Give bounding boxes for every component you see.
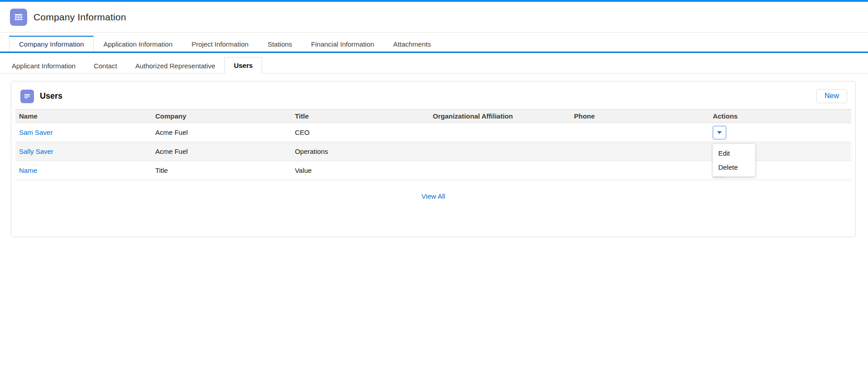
subtab-users[interactable]: Users <box>224 57 262 74</box>
org-affiliation-cell <box>429 161 571 180</box>
company-cell: Acme Fuel <box>152 142 291 161</box>
tab-financial-information[interactable]: Financial Information <box>302 36 384 52</box>
org-affiliation-cell <box>429 123 571 142</box>
company-cell: Title <box>152 161 291 180</box>
title-cell: Operations <box>291 142 429 161</box>
user-name-link[interactable]: Sally Saver <box>19 148 53 155</box>
column-header-company: Company <box>152 110 291 123</box>
menu-item-edit[interactable]: Edit <box>713 146 755 160</box>
company-information-object-icon <box>10 9 27 26</box>
table-header-row: Name Company Title Organizational Affili… <box>15 110 851 123</box>
user-name-link[interactable]: Name <box>19 167 37 174</box>
column-header-name: Name <box>15 110 152 123</box>
phone-cell <box>571 123 709 142</box>
actions-cell: Edit Delete <box>709 123 851 142</box>
page-header: Company Information <box>0 2 868 33</box>
column-header-phone: Phone <box>571 110 709 123</box>
main-tab-bar: Company Information Application Informat… <box>0 36 868 53</box>
sub-tab-bar: Applicant Information Contact Authorized… <box>0 57 868 74</box>
subtab-contact[interactable]: Contact <box>85 58 126 74</box>
table-row: Sam Saver Acme Fuel CEO Edit Delete <box>15 123 851 142</box>
tab-project-information[interactable]: Project Information <box>182 36 258 52</box>
users-table-wrap: Name Company Title Organizational Affili… <box>15 109 851 180</box>
chevron-down-icon <box>717 131 722 134</box>
subtab-applicant-information[interactable]: Applicant Information <box>3 58 85 74</box>
page-title: Company Information <box>34 12 126 23</box>
users-list-icon <box>20 90 34 103</box>
org-affiliation-cell <box>429 142 571 161</box>
users-related-list-card: Users New Name Company Title Organizatio… <box>11 81 856 237</box>
tab-stations[interactable]: Stations <box>258 36 302 52</box>
view-all-link[interactable]: View All <box>422 192 445 200</box>
tab-attachments[interactable]: Attachments <box>384 36 440 52</box>
view-all-row: View All <box>11 180 855 237</box>
row-actions-dropdown-button[interactable] <box>713 126 726 139</box>
user-name-link[interactable]: Sam Saver <box>19 129 53 136</box>
users-card-title: Users <box>40 91 62 101</box>
column-header-title: Title <box>291 110 429 123</box>
subtab-authorized-representative[interactable]: Authorized Representative <box>126 58 225 74</box>
title-cell: CEO <box>291 123 429 142</box>
phone-cell <box>571 142 709 161</box>
tab-company-information[interactable]: Company Information <box>9 36 94 52</box>
title-cell: Value <box>291 161 429 180</box>
row-actions-menu: Edit Delete <box>712 143 756 177</box>
users-card-header: Users New <box>11 81 855 109</box>
tab-application-information[interactable]: Application Information <box>94 36 182 52</box>
menu-item-delete[interactable]: Delete <box>713 160 755 174</box>
new-user-button[interactable]: New <box>816 89 847 103</box>
company-cell: Acme Fuel <box>152 123 291 142</box>
column-header-organizational-affiliation: Organizational Affiliation <box>429 110 571 123</box>
users-table: Name Company Title Organizational Affili… <box>15 109 851 180</box>
phone-cell <box>571 161 709 180</box>
column-header-actions: Actions <box>709 110 851 123</box>
